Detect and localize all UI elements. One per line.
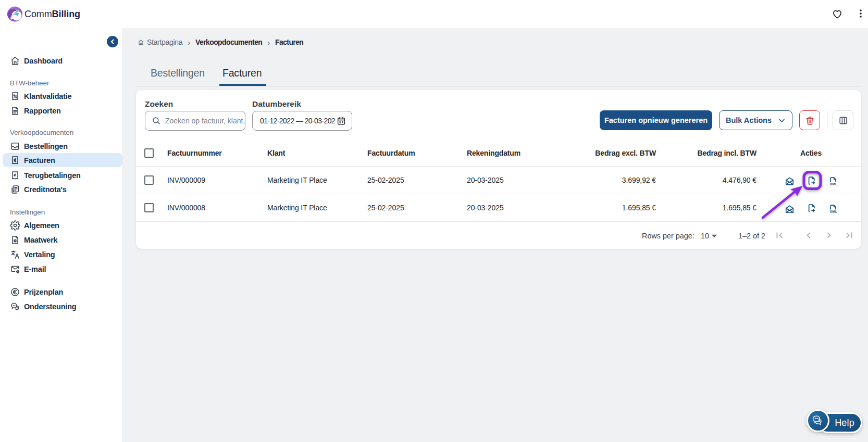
svg-text:XML: XML (830, 210, 838, 213)
svg-text:XML: XML (830, 182, 838, 185)
